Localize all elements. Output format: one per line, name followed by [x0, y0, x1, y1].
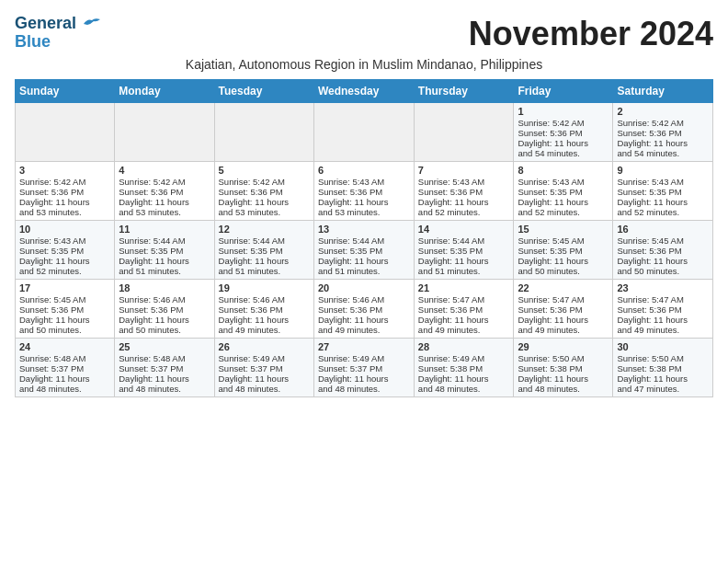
day-info-line: Daylight: 11 hours: [617, 197, 709, 207]
day-info-line: and 48 minutes.: [19, 384, 110, 394]
calendar-cell: 13Sunrise: 5:44 AMSunset: 5:35 PMDayligh…: [313, 221, 414, 280]
day-info-line: Sunrise: 5:46 AM: [119, 294, 210, 304]
day-number: 16: [617, 224, 709, 235]
day-info-line: Sunset: 5:36 PM: [518, 304, 609, 315]
day-number: 26: [219, 341, 310, 352]
day-info-line: Sunset: 5:38 PM: [518, 363, 609, 373]
calendar-cell: [313, 103, 414, 162]
day-info-line: Sunrise: 5:49 AM: [318, 353, 410, 363]
calendar-cell: 2Sunrise: 5:42 AMSunset: 5:36 PMDaylight…: [613, 103, 713, 162]
day-info-line: Sunrise: 5:43 AM: [518, 177, 609, 187]
week-row-4: 17Sunrise: 5:45 AMSunset: 5:36 PMDayligh…: [16, 280, 713, 339]
logo-bird-icon: [82, 17, 102, 31]
day-number: 30: [617, 341, 709, 352]
calendar-cell: 7Sunrise: 5:43 AMSunset: 5:36 PMDaylight…: [414, 162, 514, 221]
day-info-line: Sunset: 5:36 PM: [119, 187, 210, 197]
calendar-cell: 9Sunrise: 5:43 AMSunset: 5:35 PMDaylight…: [613, 162, 713, 221]
day-info-line: and 53 minutes.: [19, 207, 110, 217]
calendar-cell: 30Sunrise: 5:50 AMSunset: 5:38 PMDayligh…: [613, 339, 713, 397]
day-info-line: and 48 minutes.: [119, 384, 210, 394]
logo: General Blue: [15, 15, 102, 52]
day-info-line: Sunrise: 5:50 AM: [518, 353, 609, 363]
day-info-line: Sunrise: 5:46 AM: [318, 294, 410, 304]
day-number: 12: [219, 224, 310, 235]
day-number: 19: [219, 282, 310, 293]
day-info-line: Daylight: 11 hours: [219, 256, 310, 266]
day-number: 1: [518, 106, 609, 117]
day-info-line: Sunset: 5:36 PM: [318, 187, 410, 197]
day-info-line: Daylight: 11 hours: [318, 315, 410, 325]
day-info-line: Sunrise: 5:42 AM: [518, 118, 609, 128]
day-number: 28: [418, 341, 510, 352]
calendar-cell: 11Sunrise: 5:44 AMSunset: 5:35 PMDayligh…: [115, 221, 214, 280]
day-number: 5: [219, 165, 310, 176]
day-info-line: Daylight: 11 hours: [19, 315, 110, 325]
calendar-cell: 25Sunrise: 5:48 AMSunset: 5:37 PMDayligh…: [115, 339, 214, 397]
day-info-line: and 48 minutes.: [518, 384, 609, 394]
day-info-line: and 49 minutes.: [418, 325, 510, 335]
day-info-line: Daylight: 11 hours: [518, 373, 609, 384]
day-info-line: and 53 minutes.: [219, 207, 310, 217]
calendar-cell: 21Sunrise: 5:47 AMSunset: 5:36 PMDayligh…: [414, 280, 514, 339]
calendar-cell: [16, 103, 115, 162]
day-info-line: Sunset: 5:36 PM: [119, 304, 210, 315]
day-info-line: and 50 minutes.: [19, 325, 110, 335]
calendar-subtitle: Kajatian, Autonomous Region in Muslim Mi…: [15, 57, 713, 72]
day-info-line: Sunrise: 5:50 AM: [617, 353, 709, 363]
day-info-line: Sunset: 5:35 PM: [219, 246, 310, 256]
column-header-friday: Friday: [514, 80, 613, 103]
day-info-line: and 52 minutes.: [518, 207, 609, 217]
day-number: 7: [418, 165, 510, 176]
day-info-line: and 52 minutes.: [617, 207, 709, 217]
day-info-line: Sunrise: 5:45 AM: [617, 236, 709, 246]
day-info-line: Daylight: 11 hours: [318, 373, 410, 384]
day-number: 10: [19, 224, 110, 235]
day-info-line: Daylight: 11 hours: [318, 197, 410, 207]
calendar-cell: 29Sunrise: 5:50 AMSunset: 5:38 PMDayligh…: [514, 339, 613, 397]
day-info-line: Sunrise: 5:47 AM: [518, 294, 609, 304]
calendar-cell: 14Sunrise: 5:44 AMSunset: 5:35 PMDayligh…: [414, 221, 514, 280]
day-info-line: Sunrise: 5:44 AM: [219, 236, 310, 246]
logo-general: General: [15, 14, 76, 32]
day-info-line: Sunset: 5:36 PM: [617, 246, 709, 256]
day-number: 3: [19, 165, 110, 176]
day-info-line: Sunset: 5:36 PM: [318, 304, 410, 315]
calendar-cell: [414, 103, 514, 162]
calendar-cell: 23Sunrise: 5:47 AMSunset: 5:36 PMDayligh…: [613, 280, 713, 339]
day-info-line: and 49 minutes.: [617, 325, 709, 335]
day-info-line: and 53 minutes.: [318, 207, 410, 217]
day-info-line: Sunset: 5:36 PM: [418, 187, 510, 197]
day-info-line: Sunrise: 5:48 AM: [119, 353, 210, 363]
day-info-line: Daylight: 11 hours: [19, 197, 110, 207]
day-info-line: and 49 minutes.: [219, 325, 310, 335]
day-info-line: Sunset: 5:36 PM: [219, 187, 310, 197]
calendar-cell: 6Sunrise: 5:43 AMSunset: 5:36 PMDaylight…: [313, 162, 414, 221]
day-info-line: Sunset: 5:37 PM: [219, 363, 310, 373]
day-info-line: and 50 minutes.: [518, 266, 609, 276]
day-info-line: and 49 minutes.: [518, 325, 609, 335]
day-info-line: and 50 minutes.: [617, 266, 709, 276]
day-number: 8: [518, 165, 609, 176]
day-info-line: Daylight: 11 hours: [418, 197, 510, 207]
calendar-cell: 26Sunrise: 5:49 AMSunset: 5:37 PMDayligh…: [214, 339, 313, 397]
day-info-line: and 47 minutes.: [617, 384, 709, 394]
day-info-line: Sunrise: 5:42 AM: [119, 177, 210, 187]
day-info-line: and 51 minutes.: [418, 266, 510, 276]
day-info-line: Sunrise: 5:44 AM: [418, 236, 510, 246]
day-info-line: Sunrise: 5:45 AM: [518, 236, 609, 246]
calendar-cell: 4Sunrise: 5:42 AMSunset: 5:36 PMDaylight…: [115, 162, 214, 221]
day-number: 25: [119, 341, 210, 352]
calendar-cell: 17Sunrise: 5:45 AMSunset: 5:36 PMDayligh…: [16, 280, 115, 339]
day-info-line: Sunrise: 5:49 AM: [219, 353, 310, 363]
day-info-line: Sunrise: 5:45 AM: [19, 294, 110, 304]
day-info-line: Daylight: 11 hours: [119, 256, 210, 266]
day-info-line: Sunrise: 5:42 AM: [617, 118, 709, 128]
day-number: 13: [318, 224, 410, 235]
day-info-line: and 54 minutes.: [617, 148, 709, 158]
day-info-line: Sunset: 5:37 PM: [318, 363, 410, 373]
day-info-line: Sunset: 5:36 PM: [518, 128, 609, 138]
day-info-line: Sunrise: 5:43 AM: [617, 177, 709, 187]
day-info-line: Sunrise: 5:46 AM: [219, 294, 310, 304]
day-info-line: Sunset: 5:35 PM: [418, 246, 510, 256]
day-info-line: Sunrise: 5:42 AM: [219, 177, 310, 187]
